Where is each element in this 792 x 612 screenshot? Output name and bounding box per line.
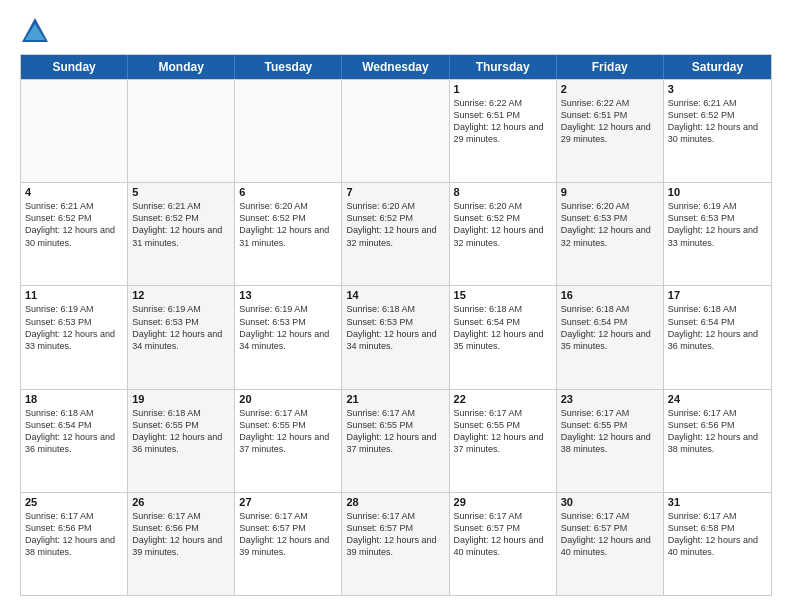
cal-day-22: 22Sunrise: 6:17 AM Sunset: 6:55 PM Dayli… bbox=[450, 390, 557, 492]
day-number: 4 bbox=[25, 186, 123, 198]
day-info: Sunrise: 6:19 AM Sunset: 6:53 PM Dayligh… bbox=[132, 303, 230, 352]
cal-day-16: 16Sunrise: 6:18 AM Sunset: 6:54 PM Dayli… bbox=[557, 286, 664, 388]
cal-day-17: 17Sunrise: 6:18 AM Sunset: 6:54 PM Dayli… bbox=[664, 286, 771, 388]
day-number: 19 bbox=[132, 393, 230, 405]
day-info: Sunrise: 6:20 AM Sunset: 6:52 PM Dayligh… bbox=[346, 200, 444, 249]
day-number: 17 bbox=[668, 289, 767, 301]
day-info: Sunrise: 6:17 AM Sunset: 6:56 PM Dayligh… bbox=[132, 510, 230, 559]
cal-day-25: 25Sunrise: 6:17 AM Sunset: 6:56 PM Dayli… bbox=[21, 493, 128, 595]
cal-header-day-tuesday: Tuesday bbox=[235, 55, 342, 79]
day-number: 14 bbox=[346, 289, 444, 301]
cal-day-3: 3Sunrise: 6:21 AM Sunset: 6:52 PM Daylig… bbox=[664, 80, 771, 182]
day-info: Sunrise: 6:21 AM Sunset: 6:52 PM Dayligh… bbox=[132, 200, 230, 249]
day-number: 24 bbox=[668, 393, 767, 405]
cal-day-28: 28Sunrise: 6:17 AM Sunset: 6:57 PM Dayli… bbox=[342, 493, 449, 595]
cal-day-20: 20Sunrise: 6:17 AM Sunset: 6:55 PM Dayli… bbox=[235, 390, 342, 492]
day-info: Sunrise: 6:20 AM Sunset: 6:53 PM Dayligh… bbox=[561, 200, 659, 249]
day-number: 30 bbox=[561, 496, 659, 508]
calendar-header: SundayMondayTuesdayWednesdayThursdayFrid… bbox=[21, 55, 771, 79]
day-number: 6 bbox=[239, 186, 337, 198]
day-number: 31 bbox=[668, 496, 767, 508]
cal-day-29: 29Sunrise: 6:17 AM Sunset: 6:57 PM Dayli… bbox=[450, 493, 557, 595]
cal-day-12: 12Sunrise: 6:19 AM Sunset: 6:53 PM Dayli… bbox=[128, 286, 235, 388]
day-info: Sunrise: 6:17 AM Sunset: 6:56 PM Dayligh… bbox=[668, 407, 767, 456]
cal-day-31: 31Sunrise: 6:17 AM Sunset: 6:58 PM Dayli… bbox=[664, 493, 771, 595]
day-info: Sunrise: 6:17 AM Sunset: 6:58 PM Dayligh… bbox=[668, 510, 767, 559]
day-info: Sunrise: 6:18 AM Sunset: 6:53 PM Dayligh… bbox=[346, 303, 444, 352]
day-info: Sunrise: 6:17 AM Sunset: 6:57 PM Dayligh… bbox=[561, 510, 659, 559]
cal-week-4: 18Sunrise: 6:18 AM Sunset: 6:54 PM Dayli… bbox=[21, 389, 771, 492]
logo-icon bbox=[20, 16, 50, 46]
day-info: Sunrise: 6:18 AM Sunset: 6:54 PM Dayligh… bbox=[561, 303, 659, 352]
day-number: 22 bbox=[454, 393, 552, 405]
cal-day-6: 6Sunrise: 6:20 AM Sunset: 6:52 PM Daylig… bbox=[235, 183, 342, 285]
cal-day-9: 9Sunrise: 6:20 AM Sunset: 6:53 PM Daylig… bbox=[557, 183, 664, 285]
day-info: Sunrise: 6:17 AM Sunset: 6:57 PM Dayligh… bbox=[239, 510, 337, 559]
day-number: 23 bbox=[561, 393, 659, 405]
day-number: 1 bbox=[454, 83, 552, 95]
day-number: 10 bbox=[668, 186, 767, 198]
cal-day-10: 10Sunrise: 6:19 AM Sunset: 6:53 PM Dayli… bbox=[664, 183, 771, 285]
header bbox=[20, 16, 772, 46]
day-info: Sunrise: 6:17 AM Sunset: 6:57 PM Dayligh… bbox=[454, 510, 552, 559]
day-number: 26 bbox=[132, 496, 230, 508]
day-info: Sunrise: 6:17 AM Sunset: 6:56 PM Dayligh… bbox=[25, 510, 123, 559]
cal-empty-cell bbox=[342, 80, 449, 182]
day-number: 3 bbox=[668, 83, 767, 95]
cal-header-day-friday: Friday bbox=[557, 55, 664, 79]
day-number: 28 bbox=[346, 496, 444, 508]
day-info: Sunrise: 6:17 AM Sunset: 6:55 PM Dayligh… bbox=[454, 407, 552, 456]
day-info: Sunrise: 6:18 AM Sunset: 6:54 PM Dayligh… bbox=[25, 407, 123, 456]
day-info: Sunrise: 6:17 AM Sunset: 6:55 PM Dayligh… bbox=[561, 407, 659, 456]
day-number: 7 bbox=[346, 186, 444, 198]
cal-header-day-sunday: Sunday bbox=[21, 55, 128, 79]
cal-day-7: 7Sunrise: 6:20 AM Sunset: 6:52 PM Daylig… bbox=[342, 183, 449, 285]
day-number: 16 bbox=[561, 289, 659, 301]
day-info: Sunrise: 6:20 AM Sunset: 6:52 PM Dayligh… bbox=[239, 200, 337, 249]
logo bbox=[20, 16, 54, 46]
cal-day-5: 5Sunrise: 6:21 AM Sunset: 6:52 PM Daylig… bbox=[128, 183, 235, 285]
day-info: Sunrise: 6:21 AM Sunset: 6:52 PM Dayligh… bbox=[25, 200, 123, 249]
day-info: Sunrise: 6:19 AM Sunset: 6:53 PM Dayligh… bbox=[25, 303, 123, 352]
day-number: 13 bbox=[239, 289, 337, 301]
page: SundayMondayTuesdayWednesdayThursdayFrid… bbox=[0, 0, 792, 612]
day-number: 2 bbox=[561, 83, 659, 95]
day-info: Sunrise: 6:19 AM Sunset: 6:53 PM Dayligh… bbox=[239, 303, 337, 352]
day-info: Sunrise: 6:18 AM Sunset: 6:54 PM Dayligh… bbox=[454, 303, 552, 352]
cal-day-8: 8Sunrise: 6:20 AM Sunset: 6:52 PM Daylig… bbox=[450, 183, 557, 285]
calendar: SundayMondayTuesdayWednesdayThursdayFrid… bbox=[20, 54, 772, 596]
cal-day-15: 15Sunrise: 6:18 AM Sunset: 6:54 PM Dayli… bbox=[450, 286, 557, 388]
day-number: 20 bbox=[239, 393, 337, 405]
day-info: Sunrise: 6:20 AM Sunset: 6:52 PM Dayligh… bbox=[454, 200, 552, 249]
day-number: 25 bbox=[25, 496, 123, 508]
day-number: 12 bbox=[132, 289, 230, 301]
cal-day-26: 26Sunrise: 6:17 AM Sunset: 6:56 PM Dayli… bbox=[128, 493, 235, 595]
cal-day-23: 23Sunrise: 6:17 AM Sunset: 6:55 PM Dayli… bbox=[557, 390, 664, 492]
cal-day-14: 14Sunrise: 6:18 AM Sunset: 6:53 PM Dayli… bbox=[342, 286, 449, 388]
day-number: 29 bbox=[454, 496, 552, 508]
cal-week-1: 1Sunrise: 6:22 AM Sunset: 6:51 PM Daylig… bbox=[21, 79, 771, 182]
day-info: Sunrise: 6:17 AM Sunset: 6:55 PM Dayligh… bbox=[346, 407, 444, 456]
day-number: 15 bbox=[454, 289, 552, 301]
cal-day-19: 19Sunrise: 6:18 AM Sunset: 6:55 PM Dayli… bbox=[128, 390, 235, 492]
day-info: Sunrise: 6:22 AM Sunset: 6:51 PM Dayligh… bbox=[454, 97, 552, 146]
day-number: 11 bbox=[25, 289, 123, 301]
cal-day-21: 21Sunrise: 6:17 AM Sunset: 6:55 PM Dayli… bbox=[342, 390, 449, 492]
day-number: 27 bbox=[239, 496, 337, 508]
cal-day-24: 24Sunrise: 6:17 AM Sunset: 6:56 PM Dayli… bbox=[664, 390, 771, 492]
cal-empty-cell bbox=[235, 80, 342, 182]
calendar-body: 1Sunrise: 6:22 AM Sunset: 6:51 PM Daylig… bbox=[21, 79, 771, 595]
cal-week-5: 25Sunrise: 6:17 AM Sunset: 6:56 PM Dayli… bbox=[21, 492, 771, 595]
cal-header-day-wednesday: Wednesday bbox=[342, 55, 449, 79]
cal-day-27: 27Sunrise: 6:17 AM Sunset: 6:57 PM Dayli… bbox=[235, 493, 342, 595]
cal-week-2: 4Sunrise: 6:21 AM Sunset: 6:52 PM Daylig… bbox=[21, 182, 771, 285]
day-number: 8 bbox=[454, 186, 552, 198]
day-info: Sunrise: 6:18 AM Sunset: 6:54 PM Dayligh… bbox=[668, 303, 767, 352]
cal-day-1: 1Sunrise: 6:22 AM Sunset: 6:51 PM Daylig… bbox=[450, 80, 557, 182]
day-number: 9 bbox=[561, 186, 659, 198]
cal-header-day-monday: Monday bbox=[128, 55, 235, 79]
cal-day-30: 30Sunrise: 6:17 AM Sunset: 6:57 PM Dayli… bbox=[557, 493, 664, 595]
cal-day-18: 18Sunrise: 6:18 AM Sunset: 6:54 PM Dayli… bbox=[21, 390, 128, 492]
day-info: Sunrise: 6:18 AM Sunset: 6:55 PM Dayligh… bbox=[132, 407, 230, 456]
cal-day-13: 13Sunrise: 6:19 AM Sunset: 6:53 PM Dayli… bbox=[235, 286, 342, 388]
